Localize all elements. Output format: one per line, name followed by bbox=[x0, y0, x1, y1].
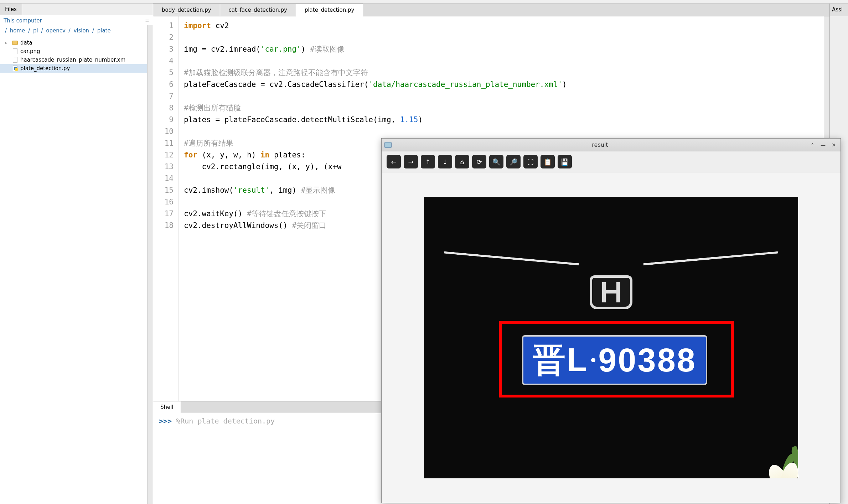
tree-item-label: haarcascade_russian_plate_number.xm bbox=[20, 57, 149, 63]
editor-tab[interactable]: body_detection.py bbox=[153, 4, 220, 16]
line-gutter: 123456789101112131415161718 bbox=[153, 16, 179, 401]
python-file-icon bbox=[12, 66, 18, 71]
line-number: 18 bbox=[153, 220, 179, 232]
code-line[interactable] bbox=[184, 126, 824, 137]
line-number: 11 bbox=[153, 137, 179, 149]
window-app-icon bbox=[384, 142, 392, 148]
line-number: 15 bbox=[153, 185, 179, 196]
code-line[interactable] bbox=[184, 55, 824, 67]
breadcrumb-segment[interactable]: pi bbox=[33, 27, 38, 34]
code-line[interactable]: plateFaceCascade = cv2.CascadeClassifier… bbox=[184, 79, 824, 90]
fit-icon[interactable]: ⛶ bbox=[523, 155, 538, 168]
code-line[interactable]: #检测出所有猫脸 bbox=[184, 102, 824, 114]
tree-item-label: plate_detection.py bbox=[20, 65, 149, 72]
line-number: 2 bbox=[153, 32, 179, 43]
menubar-strip bbox=[0, 0, 848, 4]
line-number: 6 bbox=[153, 79, 179, 90]
shell-tab[interactable]: Shell bbox=[153, 401, 181, 413]
line-number: 10 bbox=[153, 126, 179, 137]
code-line[interactable]: import cv2 bbox=[184, 20, 824, 32]
zoom-in-icon[interactable]: 🔍 bbox=[489, 155, 503, 168]
line-number: 16 bbox=[153, 196, 179, 208]
clipboard-icon[interactable]: 📋 bbox=[541, 155, 555, 168]
breadcrumb-segment[interactable]: plate bbox=[97, 27, 111, 34]
grille-right bbox=[640, 251, 778, 306]
plate-prefix: 晋L bbox=[533, 338, 588, 382]
close-icon[interactable]: ✕ bbox=[830, 141, 838, 149]
arrow-down-icon[interactable]: ↓ bbox=[438, 155, 452, 168]
expander-icon[interactable]: ▹ bbox=[5, 41, 10, 45]
home-icon[interactable]: ⌂ bbox=[455, 155, 469, 168]
files-tab[interactable]: Files bbox=[0, 4, 22, 15]
result-window[interactable]: result ⌃ — ✕ ←→↑↓⌂⟳🔍🔎⛶📋💾 晋L90388 bbox=[381, 138, 841, 503]
breadcrumb: / home / pi / opencv / vision / plate bbox=[0, 26, 153, 37]
zoom-out-icon[interactable]: 🔎 bbox=[506, 155, 521, 168]
breadcrumb-segment[interactable]: home bbox=[10, 27, 25, 34]
result-titlebar[interactable]: result ⌃ — ✕ bbox=[382, 139, 841, 151]
editor-tabbar: body_detection.pycat_face_detection.pypl… bbox=[153, 4, 829, 16]
tree-file[interactable]: haarcascade_russian_plate_number.xm bbox=[0, 56, 153, 64]
folder-icon bbox=[12, 40, 18, 46]
line-number: 5 bbox=[153, 67, 179, 79]
result-toolbar: ←→↑↓⌂⟳🔍🔎⛶📋💾 bbox=[382, 151, 841, 172]
breadcrumb-segment[interactable]: opencv bbox=[46, 27, 66, 34]
code-line[interactable]: #加载猫脸检测级联分离器，注意路径不能含有中文字符 bbox=[184, 67, 824, 79]
flower-decoration bbox=[762, 443, 798, 478]
file-icon bbox=[12, 57, 18, 63]
arrow-left-icon[interactable]: ← bbox=[387, 155, 401, 168]
file-tree[interactable]: ▹datacar.pnghaarcascade_russian_plate_nu… bbox=[0, 37, 153, 504]
code-line[interactable]: plates = plateFaceCascade.detectMultiSca… bbox=[184, 114, 824, 126]
plate-number: 90388 bbox=[598, 342, 697, 379]
save-icon[interactable]: 💾 bbox=[558, 155, 572, 168]
code-line[interactable]: img = cv2.imread('car.png') #读取图像 bbox=[184, 43, 824, 55]
line-number: 8 bbox=[153, 102, 179, 114]
line-number: 7 bbox=[153, 90, 179, 102]
tree-file[interactable]: plate_detection.py bbox=[0, 64, 153, 73]
breadcrumb-segment[interactable]: vision bbox=[73, 27, 89, 34]
shell-prompt: >>> bbox=[159, 417, 172, 425]
rollup-icon[interactable]: ⌃ bbox=[808, 141, 816, 149]
files-scrollbar[interactable] bbox=[147, 25, 153, 504]
editor-tab[interactable]: plate_detection.py bbox=[296, 4, 363, 16]
line-number: 13 bbox=[153, 161, 179, 173]
line-number: 4 bbox=[153, 55, 179, 67]
window-title: result bbox=[394, 141, 806, 148]
line-number: 1 bbox=[153, 20, 179, 32]
files-panel: Files This computer ≡ / home / pi / open… bbox=[0, 4, 153, 504]
line-number: 17 bbox=[153, 208, 179, 220]
editor-tab[interactable]: cat_face_detection.py bbox=[220, 4, 296, 16]
arrow-up-icon[interactable]: ↑ bbox=[421, 155, 435, 168]
files-header[interactable]: This computer ≡ bbox=[0, 15, 153, 26]
code-line[interactable] bbox=[184, 32, 824, 43]
rotate-icon[interactable]: ⟳ bbox=[472, 155, 486, 168]
line-number: 12 bbox=[153, 149, 179, 161]
tree-item-label: data bbox=[20, 40, 149, 46]
line-number: 14 bbox=[153, 173, 179, 185]
files-header-label: This computer bbox=[4, 17, 42, 24]
car-image: 晋L90388 bbox=[424, 197, 798, 478]
hamburger-icon[interactable]: ≡ bbox=[145, 18, 149, 24]
grille-left bbox=[444, 251, 582, 306]
assistant-tab[interactable]: Assi bbox=[830, 4, 848, 16]
tree-item-label: car.png bbox=[20, 48, 149, 54]
plate-dot bbox=[591, 358, 595, 362]
shell-command: %Run plate_detection.py bbox=[176, 417, 275, 425]
arrow-right-icon[interactable]: → bbox=[404, 155, 418, 168]
honda-logo bbox=[590, 275, 632, 309]
tree-folder[interactable]: ▹data bbox=[0, 38, 153, 47]
minimize-icon[interactable]: — bbox=[819, 141, 827, 149]
line-number: 3 bbox=[153, 43, 179, 55]
license-plate: 晋L90388 bbox=[522, 335, 707, 385]
file-icon bbox=[12, 48, 18, 54]
result-canvas: 晋L90388 bbox=[382, 172, 841, 503]
tree-file[interactable]: car.png bbox=[0, 47, 153, 56]
code-line[interactable] bbox=[184, 90, 824, 102]
line-number: 9 bbox=[153, 114, 179, 126]
